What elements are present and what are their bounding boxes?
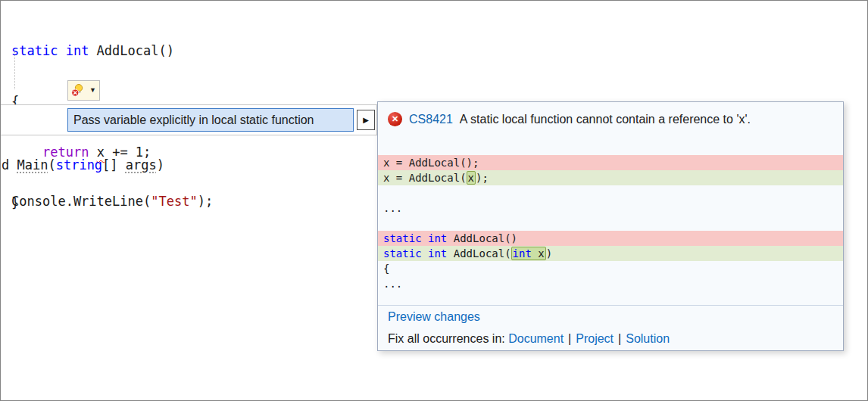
- main-method-name: Main: [17, 157, 48, 173]
- paren-close: ): [157, 157, 164, 173]
- boxed-param-name: x: [532, 247, 545, 260]
- main-pre: d: [2, 157, 17, 173]
- added-parameter-int-x: int x: [511, 247, 546, 260]
- preview-changes-link[interactable]: Preview changes: [388, 310, 480, 324]
- vs-editor-screenshot: static int AddLocal() { return x += 1; }…: [0, 0, 868, 401]
- console-call: Console.WriteLine(: [11, 194, 151, 209]
- popup-divider: [378, 305, 843, 306]
- brackets: []: [102, 157, 126, 173]
- lightbulb-button[interactable]: ▼: [67, 80, 100, 101]
- removed-decl-rest: AddLocal(): [447, 232, 517, 244]
- removed-call-code: x = AddLocal();: [383, 157, 479, 169]
- submenu-arrow-button[interactable]: ▶: [357, 110, 375, 130]
- ellipsis-line-1: ...: [378, 201, 843, 216]
- indent-guide: [14, 51, 15, 89]
- error-header: ✕ CS8421 A static local function cannot …: [378, 102, 843, 126]
- diff-removed-decl-line: static int AddLocal(): [378, 231, 843, 246]
- kw-int: int: [428, 247, 447, 260]
- lightbulb-error-icon: [71, 83, 86, 98]
- error-icon: ✕: [388, 112, 402, 126]
- quick-action-menu: Pass variable explicitly in local static…: [1, 104, 377, 135]
- added-decl-rest: AddLocal(: [447, 247, 510, 260]
- fix-preview-popup: ✕ CS8421 A static local function cannot …: [377, 101, 844, 351]
- code-line-signature: static int AddLocal(): [11, 41, 174, 61]
- ellipsis-text: ...: [383, 278, 402, 290]
- fix-all-label: Fix all occurrences in:: [388, 332, 508, 345]
- link-separator: |: [618, 332, 621, 345]
- added-call-post: );: [476, 172, 489, 184]
- submenu-arrow-icon: ▶: [363, 117, 369, 124]
- kw-int-boxed: int: [513, 247, 532, 260]
- diff-removed-call-line: x = AddLocal();: [378, 155, 843, 170]
- chevron-down-icon: ▼: [89, 87, 96, 94]
- call-close: );: [198, 194, 213, 209]
- fix-all-row: Fix all occurrences in: Document|Project…: [388, 332, 670, 346]
- open-brace: {: [383, 263, 389, 275]
- diff-added-decl-line: static int AddLocal(int x): [378, 246, 843, 261]
- ellipsis-text: ...: [383, 202, 402, 214]
- fix-all-document-link[interactable]: Document: [508, 332, 564, 345]
- menu-item-pass-variable[interactable]: Pass variable explicitly in local static…: [67, 108, 354, 132]
- keyword-string: string: [56, 157, 102, 173]
- keyword-int: int: [66, 43, 89, 58]
- fix-all-solution-link[interactable]: Solution: [626, 332, 670, 345]
- brace-line: {: [378, 261, 843, 276]
- added-call-pre: x = AddLocal(: [383, 172, 467, 184]
- error-message: A static local function cannot contain a…: [460, 113, 751, 126]
- added-decl-post: ): [546, 247, 552, 260]
- ellipsis-line-2: ...: [378, 276, 843, 291]
- param-args: args: [126, 157, 157, 173]
- fix-all-project-link[interactable]: Project: [576, 332, 614, 345]
- error-code: CS8421: [409, 113, 453, 126]
- blank-line: [378, 185, 843, 201]
- diff-preview: x = AddLocal(); x = AddLocal(x); ... sta…: [378, 155, 843, 291]
- blank-line: [378, 216, 843, 231]
- added-argument-x: x: [467, 171, 476, 185]
- console-writeline-line: Console.WriteLine("Test");: [11, 191, 213, 212]
- string-literal: "Test": [151, 194, 197, 209]
- diff-added-call-line: x = AddLocal(x);: [378, 170, 843, 185]
- kw-static: static: [383, 247, 428, 260]
- link-separator: |: [568, 332, 571, 345]
- method-name: AddLocal(): [89, 43, 174, 58]
- main-signature-line: d Main(string[] args): [2, 155, 164, 176]
- kw-static: static: [383, 232, 428, 244]
- keyword-static: static: [11, 43, 66, 58]
- paren-open: (: [48, 157, 55, 173]
- kw-int: int: [428, 232, 447, 244]
